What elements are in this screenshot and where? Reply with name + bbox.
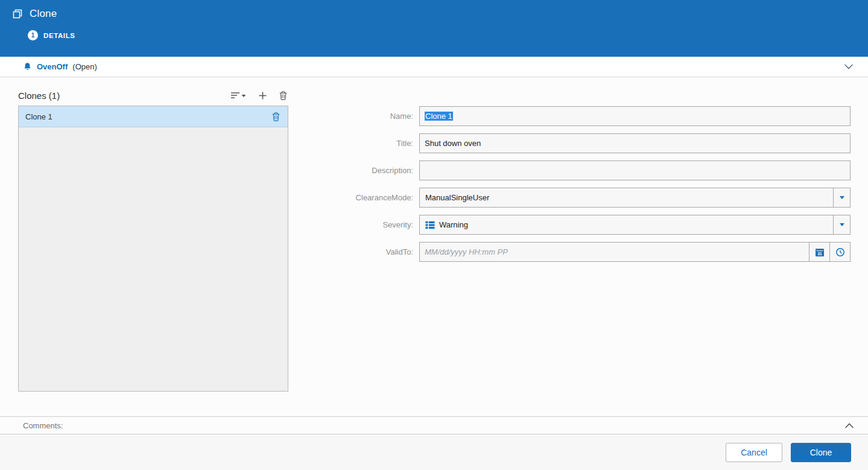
dialog-header: Clone 1 DETAILS bbox=[0, 0, 868, 57]
list-item-clone-1[interactable]: Clone 1 bbox=[19, 106, 288, 127]
calendar-icon: 31 bbox=[815, 247, 825, 257]
comments-section-header[interactable]: Comments: bbox=[0, 416, 868, 434]
step-label: DETAILS bbox=[43, 32, 75, 39]
form-row-valid-to: ValidTo: 31 bbox=[314, 242, 851, 262]
description-input[interactable] bbox=[419, 160, 851, 180]
description-label: Description: bbox=[314, 166, 419, 175]
main-content: Clones (1) bbox=[0, 77, 868, 416]
caret-down-icon bbox=[840, 223, 844, 226]
chevron-down-icon[interactable] bbox=[841, 62, 856, 72]
clearance-mode-dropdown-button[interactable] bbox=[833, 188, 850, 207]
valid-to-label: ValidTo: bbox=[314, 247, 419, 256]
alarm-summary-bar: OvenOff (Open) bbox=[0, 57, 868, 77]
svg-text:31: 31 bbox=[817, 252, 822, 256]
clones-panel: Clones (1) bbox=[18, 87, 288, 392]
severity-value: Warning bbox=[439, 220, 468, 229]
title-label: Title: bbox=[314, 139, 419, 148]
list-item-label: Clone 1 bbox=[25, 112, 52, 121]
calendar-picker-button[interactable]: 31 bbox=[809, 243, 829, 261]
title-input[interactable] bbox=[419, 133, 851, 153]
alarm-name: OvenOff bbox=[37, 62, 68, 71]
delete-clone-button[interactable] bbox=[278, 90, 288, 101]
comments-label: Comments: bbox=[23, 421, 63, 430]
dialog-footer: Cancel Clone bbox=[0, 434, 868, 470]
clone-button[interactable]: Clone bbox=[791, 443, 851, 462]
name-input[interactable]: Clone 1 bbox=[419, 106, 851, 126]
clearance-mode-select[interactable]: ManualSingleUser bbox=[419, 188, 851, 208]
clone-details-form: Name: Clone 1 Title: Description: Cleara… bbox=[314, 106, 851, 269]
form-row-title: Title: bbox=[314, 133, 851, 153]
chevron-up-icon[interactable] bbox=[843, 421, 856, 430]
name-input-selected-text: Clone 1 bbox=[425, 112, 453, 121]
severity-icon bbox=[425, 221, 435, 229]
severity-select[interactable]: Warning bbox=[419, 215, 851, 235]
step-number-badge: 1 bbox=[28, 30, 38, 40]
caret-down-icon bbox=[840, 196, 844, 199]
clearance-mode-label: ClearanceMode: bbox=[314, 193, 419, 202]
add-clone-button[interactable] bbox=[257, 90, 268, 101]
sort-filter-button[interactable] bbox=[229, 89, 247, 101]
form-row-severity: Severity: bbox=[314, 215, 851, 235]
clearance-mode-value: ManualSingleUser bbox=[425, 193, 489, 202]
form-row-clearance-mode: ClearanceMode: ManualSingleUser bbox=[314, 188, 851, 208]
clock-icon bbox=[835, 247, 845, 257]
bell-icon bbox=[23, 62, 32, 71]
name-label: Name: bbox=[314, 112, 419, 121]
time-picker-button[interactable] bbox=[829, 243, 850, 261]
cancel-button[interactable]: Cancel bbox=[726, 443, 782, 462]
severity-dropdown-button[interactable] bbox=[833, 215, 850, 234]
form-row-description: Description: bbox=[314, 160, 851, 180]
clone-icon bbox=[12, 8, 23, 19]
trash-icon[interactable] bbox=[271, 111, 281, 122]
valid-to-input[interactable] bbox=[420, 243, 809, 261]
page-title: Clone bbox=[30, 8, 57, 20]
wizard-step-details[interactable]: 1 DETAILS bbox=[0, 30, 868, 40]
valid-to-group: 31 bbox=[419, 242, 851, 262]
alarm-status: (Open) bbox=[72, 62, 97, 71]
clones-list: Clone 1 bbox=[18, 106, 288, 392]
severity-label: Severity: bbox=[314, 220, 419, 229]
form-row-name: Name: Clone 1 bbox=[314, 106, 851, 126]
clones-panel-title: Clones (1) bbox=[18, 91, 60, 101]
